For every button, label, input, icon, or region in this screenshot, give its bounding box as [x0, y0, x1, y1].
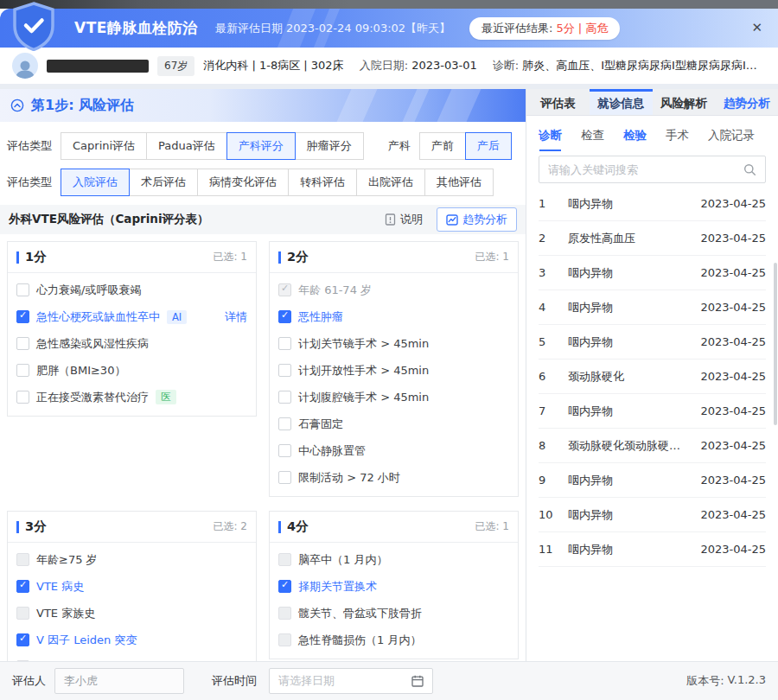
risk-factor-checkbox[interactable]	[16, 310, 29, 323]
risk-factor-item: 正在接受激素替代治疗医	[16, 384, 247, 410]
risk-factor-checkbox[interactable]	[278, 471, 291, 484]
risk-factor-checkbox[interactable]	[278, 283, 291, 296]
risk-factor-label: VTE 病史	[36, 579, 84, 595]
subtab-检验[interactable]: 检验	[623, 128, 647, 143]
risk-factor-checkbox[interactable]	[16, 391, 29, 404]
filter-option[interactable]: 术后评估	[129, 169, 198, 196]
risk-factor-item: 急性脊髓损伤（1 月内）	[278, 627, 509, 653]
risk-factor-checkbox[interactable]	[16, 283, 29, 296]
risk-factor-checkbox[interactable]	[278, 553, 291, 566]
risk-factor-checkbox[interactable]	[278, 391, 291, 404]
risk-factor-checkbox[interactable]	[278, 580, 291, 593]
risk-factor-checkbox[interactable]	[278, 607, 291, 620]
risk-factor-item: 限制活动 > 72 小时	[278, 464, 509, 491]
risk-factor-checkbox[interactable]	[278, 337, 291, 350]
app-title: VTE静脉血栓防治	[74, 18, 198, 38]
patient-dept: 消化内科 | 1-8病区 | 302床	[203, 58, 343, 73]
row-name: 咽内异物	[568, 404, 690, 419]
risk-factor-checkbox[interactable]	[278, 310, 291, 323]
subtab-入院记录[interactable]: 入院记录	[708, 128, 755, 143]
diagnosis-row[interactable]: 1咽内异物2023-04-25	[539, 187, 766, 221]
shield-check-icon	[9, 1, 59, 51]
filter-option[interactable]: 病情变化评估	[197, 169, 289, 196]
filter-option[interactable]: 产前	[419, 132, 466, 160]
search-icon[interactable]	[743, 163, 756, 176]
detail-link[interactable]: 详情	[225, 309, 247, 325]
close-icon[interactable]: ✕	[751, 22, 762, 35]
help-button[interactable]: 说明	[385, 212, 423, 227]
risk-factor-item: 计划关节镜手术 > 45min	[278, 330, 509, 357]
risk-factor-checkbox[interactable]	[278, 364, 291, 377]
scrollbar-thumb[interactable]	[774, 263, 777, 425]
subtab-诊断[interactable]: 诊断	[539, 128, 562, 143]
tab-评估表[interactable]: 评估表	[526, 89, 590, 115]
diagnosis-row[interactable]: 4咽内异物2023-04-25	[539, 290, 766, 325]
row-name: 咽内异物	[568, 473, 690, 488]
risk-factor-checkbox[interactable]	[278, 417, 291, 430]
diagnosis-row[interactable]: 11咽内异物2023-04-25	[539, 532, 766, 567]
filter-option[interactable]: 入院评估	[61, 169, 130, 196]
risk-factor-checkbox[interactable]	[278, 444, 291, 457]
collapse-circle-icon[interactable]	[10, 99, 24, 112]
risk-factor-checkbox[interactable]	[278, 633, 291, 646]
filter-option[interactable]: Caprini评估	[61, 132, 147, 160]
filter-option[interactable]: 其他评估	[424, 169, 494, 196]
subtab-手术[interactable]: 手术	[666, 128, 689, 143]
filter-option[interactable]: 肿瘤评分	[295, 132, 364, 160]
panel-selected-count: 已选: 1	[475, 519, 510, 534]
filter-option[interactable]: 出院评估	[356, 169, 425, 196]
row-date: 2023-04-25	[700, 370, 766, 383]
row-date: 2023-04-25	[700, 404, 766, 417]
filter-row-scale: 评估类型 Caprini评估Padua评估产科评分肿瘤评分 产科 产前产后	[7, 132, 519, 160]
search-input[interactable]	[548, 163, 737, 176]
patient-name-redacted	[47, 60, 149, 73]
filter-option[interactable]: 转科评估	[288, 169, 357, 196]
diagnosis-row[interactable]: 8颈动脉硬化颈动脉硬化颈...2023-04-25	[539, 429, 766, 463]
filter-option[interactable]: 产后	[465, 132, 512, 160]
risk-factor-item: VTE 家族史	[16, 600, 247, 627]
person-icon	[14, 58, 36, 79]
tab-风险解析[interactable]: 风险解析	[653, 89, 716, 115]
risk-factor-item: 石膏固定	[278, 410, 509, 437]
diagnosis-row[interactable]: 3咽内异物2023-04-25	[539, 256, 766, 290]
diagnosis-row[interactable]: 6颈动脉硬化2023-04-25	[539, 360, 766, 394]
panel-score-title: 4分	[287, 519, 309, 535]
diagnosis-list: 1咽内异物2023-04-252原发性高血压2023-04-253咽内异物202…	[526, 187, 778, 661]
risk-factor-checkbox[interactable]	[16, 633, 29, 646]
visit-info-subtabs: 诊断检查检验手术入院记录	[526, 116, 778, 154]
diagnosis-row[interactable]: 2原发性高血压2023-04-25	[539, 221, 766, 256]
diagnosis-row[interactable]: 10咽内异物2023-04-25	[539, 498, 766, 532]
filter-option[interactable]: 产科评分	[226, 132, 296, 160]
trend-analysis-button[interactable]: 趋势分析	[437, 207, 517, 232]
info-sidebar: 评估表就诊信息风险解析趋势分析 诊断检查检验手术入院记录 1咽内异物2023-0…	[526, 89, 778, 661]
risk-factor-checkbox[interactable]	[16, 553, 29, 566]
row-date: 2023-04-25	[700, 543, 766, 556]
tab-趋势分析[interactable]: 趋势分析	[715, 89, 778, 115]
panel-accent-bar	[278, 251, 281, 264]
risk-factor-label: 石膏固定	[298, 417, 343, 432]
diagnosis-row[interactable]: 7咽内异物2023-04-25	[539, 394, 766, 429]
risk-factor-checkbox[interactable]	[16, 364, 29, 377]
row-index: 3	[539, 266, 558, 279]
trend-chart-icon	[446, 214, 458, 226]
risk-factor-checkbox[interactable]	[16, 607, 29, 620]
row-date: 2023-04-25	[700, 439, 766, 452]
row-index: 9	[539, 474, 558, 487]
panel-score-title: 1分	[25, 249, 47, 265]
risk-factor-item: 肥胖（BMI≥30）	[16, 357, 247, 384]
diagnosis-row[interactable]: 9咽内异物2023-04-25	[539, 463, 766, 498]
filter-option[interactable]: Padua评估	[146, 132, 227, 160]
row-index: 4	[539, 301, 558, 314]
assess-timing-group: 入院评估术后评估病情变化评估转科评估出院评估其他评估	[61, 169, 494, 196]
assessor-label: 评估人	[12, 673, 46, 689]
assessor-field[interactable]: 李小虎	[54, 668, 184, 694]
subtab-检查[interactable]: 检查	[581, 128, 604, 143]
risk-factor-item: 择期关节置换术	[278, 573, 509, 600]
risk-factor-checkbox[interactable]	[16, 580, 29, 593]
tab-就诊信息[interactable]: 就诊信息	[590, 89, 653, 115]
score-panels: 1分已选: 1心力衰竭/或呼吸衰竭急性心梗死或缺血性卒中AI详情急性感染或风湿性…	[0, 234, 526, 661]
assess-date-field[interactable]: 请选择日期	[269, 668, 433, 694]
diagnosis-row[interactable]: 5咽内异物2023-04-25	[539, 325, 766, 360]
risk-factor-checkbox[interactable]	[16, 337, 29, 350]
step1-header: 第1步: 风险评估	[0, 89, 526, 122]
